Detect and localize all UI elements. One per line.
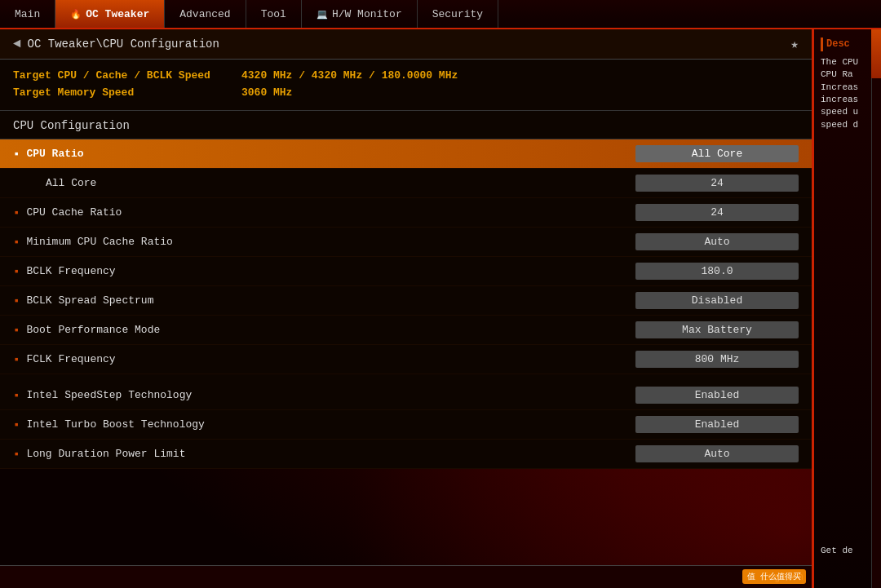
config-row-4[interactable]: ▪BCLK Frequency180.0 bbox=[0, 257, 812, 286]
info-label-mem-speed: Target Memory Speed bbox=[13, 86, 241, 99]
config-value-1: 24 bbox=[635, 175, 799, 192]
config-bullet-icon-10: ▪ bbox=[13, 418, 20, 431]
config-row-7[interactable]: ▪FCLK Frequency800 MHz bbox=[0, 345, 812, 374]
config-label-2: CPU Cache Ratio bbox=[26, 206, 635, 219]
sidebar-get-detail: Get de bbox=[821, 546, 853, 555]
config-row-9[interactable]: ▪Intel SpeedStep TechnologyEnabled bbox=[0, 381, 812, 410]
config-bullet-icon-11: ▪ bbox=[13, 448, 20, 461]
config-label-3: Minimum CPU Cache Ratio bbox=[26, 236, 635, 248]
tab-oc-tweaker-icon: 🔥 bbox=[70, 9, 82, 20]
star-icon[interactable]: ★ bbox=[790, 36, 799, 52]
info-row-mem-speed: Target Memory Speed 3060 MHz bbox=[13, 86, 799, 99]
config-bullet-icon-9: ▪ bbox=[13, 389, 20, 402]
right-sidebar: Desc The CPU CPU Ra Increas increas spee… bbox=[812, 29, 881, 588]
sidebar-desc-text: The CPU CPU Ra Increas increas speed u s… bbox=[821, 56, 874, 131]
tab-advanced[interactable]: Advanced bbox=[165, 0, 246, 28]
config-label-7: FCLK Frequency bbox=[26, 353, 635, 365]
config-label-5: BCLK Spread Spectrum bbox=[26, 294, 635, 307]
tab-tool[interactable]: Tool bbox=[246, 0, 302, 28]
left-panel: ◄ OC Tweaker\CPU Configuration ★ Target … bbox=[0, 29, 812, 588]
tab-security-label: Security bbox=[432, 8, 483, 20]
config-label-1: All Core bbox=[46, 177, 635, 189]
info-section: Target CPU / Cache / BCLK Speed 4320 MHz… bbox=[0, 60, 812, 111]
breadcrumb: OC Tweaker\CPU Configuration bbox=[28, 38, 219, 51]
config-row-10[interactable]: ▪Intel Turbo Boost TechnologyEnabled bbox=[0, 410, 812, 440]
config-bullet-icon-4: ▪ bbox=[13, 265, 20, 278]
info-row-cpu-speed: Target CPU / Cache / BCLK Speed 4320 MHz… bbox=[13, 69, 799, 82]
config-bullet-icon-7: ▪ bbox=[13, 353, 20, 366]
config-label-9: Intel SpeedStep Technology bbox=[26, 389, 635, 401]
config-label-11: Long Duration Power Limit bbox=[26, 448, 635, 460]
info-label-cpu-speed: Target CPU / Cache / BCLK Speed bbox=[13, 69, 241, 82]
config-bullet-icon-0: ▪ bbox=[13, 148, 20, 161]
config-value-0: All Core bbox=[635, 145, 799, 162]
config-value-9: Enabled bbox=[635, 387, 799, 404]
section-header: CPU Configuration bbox=[0, 111, 812, 139]
config-row-2[interactable]: ▪CPU Cache Ratio24 bbox=[0, 198, 812, 228]
tab-oc-tweaker[interactable]: 🔥 OC Tweaker bbox=[55, 0, 165, 28]
tab-hw-monitor[interactable]: 💻 H/W Monitor bbox=[302, 0, 418, 28]
sidebar-desc-title: Desc bbox=[821, 38, 874, 51]
config-row-5[interactable]: ▪BCLK Spread SpectrumDisabled bbox=[0, 286, 812, 316]
tab-security[interactable]: Security bbox=[418, 0, 498, 28]
back-arrow-icon[interactable]: ◄ bbox=[13, 37, 21, 51]
bottom-bar: English bbox=[0, 565, 812, 588]
info-value-cpu-speed: 4320 MHz / 4320 MHz / 180.0000 MHz bbox=[241, 69, 458, 82]
main-content: ◄ OC Tweaker\CPU Configuration ★ Target … bbox=[0, 29, 881, 588]
scroll-thumb bbox=[871, 29, 881, 78]
config-label-0: CPU Ratio bbox=[26, 148, 635, 160]
tab-hw-icon: 💻 bbox=[317, 9, 328, 20]
config-label-6: Boot Performance Mode bbox=[26, 324, 635, 336]
breadcrumb-bar: ◄ OC Tweaker\CPU Configuration ★ bbox=[0, 29, 812, 60]
section-header-label: CPU Configuration bbox=[13, 119, 130, 132]
config-value-4: 180.0 bbox=[635, 263, 799, 280]
config-value-5: Disabled bbox=[635, 292, 799, 309]
config-row-1[interactable]: All Core24 bbox=[0, 169, 812, 198]
config-label-10: Intel Turbo Boost Technology bbox=[26, 418, 635, 431]
config-value-2: 24 bbox=[635, 204, 799, 221]
config-bullet-icon-3: ▪ bbox=[13, 236, 20, 249]
tab-main[interactable]: Main bbox=[0, 0, 55, 28]
config-bullet-icon-2: ▪ bbox=[13, 206, 20, 219]
config-bullet-icon-6: ▪ bbox=[13, 324, 20, 337]
watermark-text: 值 什么值得买 bbox=[747, 571, 801, 582]
config-value-11: Auto bbox=[635, 445, 799, 462]
config-list: ▪CPU RatioAll CoreAll Core24▪CPU Cache R… bbox=[0, 139, 812, 469]
config-value-3: Auto bbox=[635, 233, 799, 250]
config-bullet-icon-5: ▪ bbox=[13, 294, 20, 307]
config-value-7: 800 MHz bbox=[635, 351, 799, 368]
tab-hw-label: H/W Monitor bbox=[332, 8, 402, 20]
scrollbar[interactable] bbox=[871, 29, 881, 588]
info-value-mem-speed: 3060 MHz bbox=[241, 86, 292, 99]
navigation-bar: Main 🔥 OC Tweaker Advanced Tool 💻 H/W Mo… bbox=[0, 0, 881, 29]
config-value-10: Enabled bbox=[635, 416, 799, 433]
config-row-11[interactable]: ▪Long Duration Power LimitAuto bbox=[0, 440, 812, 469]
config-label-4: BCLK Frequency bbox=[26, 265, 635, 277]
tab-tool-label: Tool bbox=[261, 8, 286, 20]
config-row-6[interactable]: ▪Boot Performance ModeMax Battery bbox=[0, 316, 812, 345]
tab-oc-tweaker-label: OC Tweaker bbox=[86, 8, 149, 20]
config-value-6: Max Battery bbox=[635, 321, 799, 338]
tab-main-label: Main bbox=[15, 8, 40, 20]
watermark: 值 什么值得买 bbox=[742, 569, 806, 584]
config-row-3[interactable]: ▪Minimum CPU Cache RatioAuto bbox=[0, 228, 812, 257]
tab-advanced-label: Advanced bbox=[179, 8, 230, 20]
config-row-0[interactable]: ▪CPU RatioAll Core bbox=[0, 139, 812, 169]
